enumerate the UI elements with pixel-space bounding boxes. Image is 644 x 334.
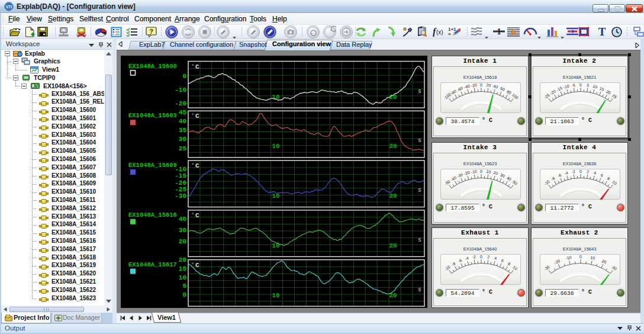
svg-text:°: ° (191, 212, 194, 218)
svg-text:30: 30 (179, 227, 186, 234)
svg-text:40: 40 (179, 216, 186, 223)
svg-text:T: T (598, 26, 606, 37)
svg-text:s: s (418, 287, 421, 293)
svg-text:-20: -20 (471, 83, 477, 88)
svg-text:0: 0 (182, 73, 186, 80)
svg-text:-10: -10 (471, 169, 477, 174)
svg-text:-25: -25 (175, 186, 186, 193)
svg-text:0: 0 (480, 169, 482, 174)
svg-text:s: s (418, 88, 421, 95)
svg-text:EX1048A_15616: EX1048A_15616 (128, 211, 177, 219)
svg-text:°: ° (191, 113, 194, 118)
svg-text:-5: -5 (571, 83, 575, 88)
svg-text:0: 0 (579, 169, 582, 174)
svg-text:s: s (418, 137, 421, 144)
svg-text:10: 10 (272, 192, 279, 200)
svg-text:s: s (418, 237, 421, 243)
svg-text:C: C (195, 162, 199, 169)
svg-text:40: 40 (179, 118, 186, 125)
svg-text:20: 20 (389, 192, 397, 200)
svg-text:10: 10 (486, 169, 491, 174)
svg-text:20: 20 (179, 256, 186, 264)
svg-text:45: 45 (179, 109, 187, 116)
svg-text:30: 30 (179, 136, 186, 143)
svg-text:-2: -2 (571, 169, 575, 174)
svg-text:-30: -30 (175, 192, 186, 200)
svg-text:C: C (195, 262, 199, 269)
svg-text:°: ° (191, 162, 194, 168)
svg-text:°: ° (191, 63, 194, 69)
svg-text:EX1048A_15600: EX1048A_15600 (128, 63, 177, 70)
svg-text:-20: -20 (175, 179, 186, 187)
svg-text:0: 0 (579, 255, 582, 259)
svg-text:10: 10 (272, 292, 279, 299)
svg-text:s: s (418, 187, 421, 194)
svg-text:20: 20 (486, 83, 491, 88)
svg-text:15: 15 (179, 265, 187, 272)
svg-text:20: 20 (389, 143, 397, 150)
svg-text:25: 25 (179, 145, 187, 152)
svg-text:=: = (448, 31, 451, 37)
svg-text:10: 10 (179, 274, 186, 281)
svg-text:0: 0 (579, 83, 582, 87)
svg-text:20: 20 (389, 242, 397, 249)
svg-text:(x): (x) (436, 29, 443, 36)
svg-text:-2: -2 (472, 255, 476, 259)
svg-text:20: 20 (389, 292, 397, 299)
svg-text:EX1048A_15603: EX1048A_15603 (128, 112, 177, 119)
svg-text:C: C (195, 113, 199, 120)
svg-text:10: 10 (272, 143, 279, 150)
svg-text:0: 0 (480, 255, 482, 259)
svg-text:5: 5 (182, 282, 186, 290)
svg-text:-15: -15 (175, 172, 186, 179)
svg-text:?: ? (149, 28, 153, 35)
svg-text:6: 6 (511, 27, 516, 37)
svg-text:C: C (195, 212, 199, 219)
svg-text:-10: -10 (175, 86, 186, 94)
svg-text:1: 1 (497, 27, 501, 36)
svg-text:20: 20 (179, 238, 186, 245)
svg-text:10: 10 (272, 94, 279, 101)
svg-text:C: C (195, 63, 199, 70)
svg-text:0: 0 (182, 291, 186, 298)
svg-text:EX1048A_15617: EX1048A_15617 (128, 261, 177, 268)
svg-text:35: 35 (179, 127, 187, 134)
svg-text:EX1048A_15609: EX1048A_15609 (128, 162, 177, 169)
svg-text:-20: -20 (175, 100, 186, 107)
svg-text:0: 0 (480, 83, 482, 87)
svg-text:VTI: VTI (6, 5, 12, 9)
